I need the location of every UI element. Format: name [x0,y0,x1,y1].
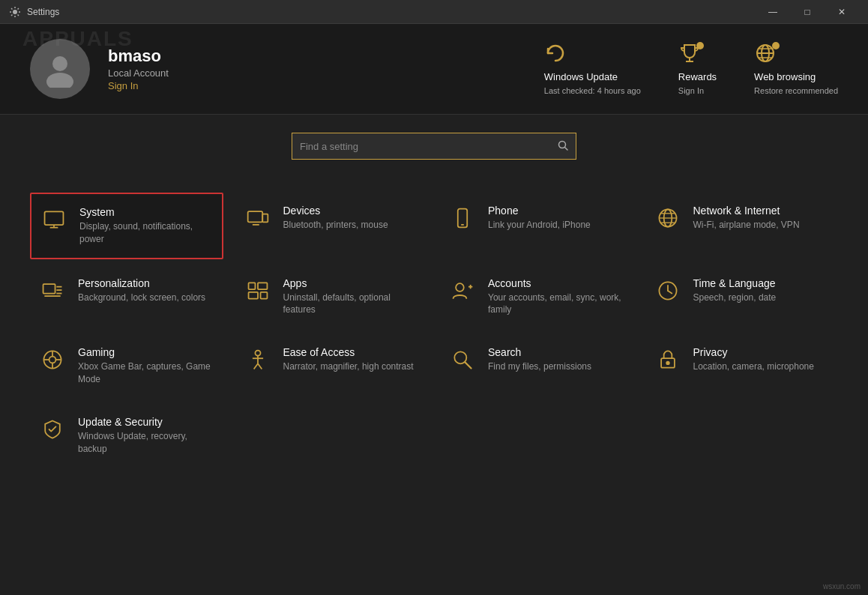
settings-item-personalization[interactable]: PersonalizationBackground, lock screen, … [30,265,223,329]
svg-point-0 [13,10,17,14]
title-bar-left: Settings [9,6,59,18]
maximize-button[interactable]: □ [790,0,825,24]
windows-update-icon [544,42,567,68]
time-language-icon [654,279,681,309]
search-icon [558,140,568,151]
network-desc: Wi-Fi, airplane mode, VPN [693,219,800,232]
svg-line-49 [253,364,257,369]
svg-line-50 [258,364,262,369]
svg-point-34 [456,283,464,292]
gaming-icon [39,348,66,378]
svg-rect-15 [247,211,262,222]
accounts-icon [449,279,476,309]
user-type: Local Account [108,67,169,79]
svg-point-2 [46,73,73,88]
web-browsing-label: Web browsing [754,71,816,82]
search-area [0,115,868,178]
devices-title: Devices [283,205,388,217]
settings-item-system[interactable]: SystemDisplay, sound, notifications, pow… [30,193,223,259]
privacy-title: Privacy [693,346,814,358]
rewards-label: Rewards [678,71,717,82]
system-desc: Display, sound, notifications, power [79,220,213,246]
search-title: Search [488,346,591,358]
accounts-desc: Your accounts, email, sync, work, family [488,292,624,317]
network-icon [654,206,681,236]
phone-title: Phone [488,205,591,217]
settings-item-time-language[interactable]: Time & LanguageSpeech, region, date [645,265,839,329]
svg-rect-16 [262,214,268,223]
header-widgets: Windows Update Last checked: 4 hours ago… [544,42,838,96]
system-text: SystemDisplay, sound, notifications, pow… [79,206,213,246]
ease-of-access-icon [244,348,271,378]
personalization-text: PersonalizationBackground, lock screen, … [78,277,205,304]
update-security-title: Update & Security [78,416,214,428]
settings-item-gaming[interactable]: GamingXbox Game Bar, captures, Game Mode [30,334,223,398]
app-title: Settings [27,7,59,17]
user-info: bmaso Local Account Sign In [108,46,169,92]
svg-line-39 [668,291,672,294]
settings-item-accounts[interactable]: AccountsYour accounts, email, sync, work… [440,265,633,329]
settings-item-devices[interactable]: DevicesBluetooth, printers, mouse [235,193,429,259]
apps-desc: Uninstall, defaults, optional features [283,292,420,317]
rewards-icon [678,42,701,68]
settings-item-network[interactable]: Network & InternetWi-Fi, airplane mode, … [645,193,839,259]
svg-rect-25 [43,284,55,293]
svg-line-11 [565,147,568,150]
settings-item-privacy[interactable]: PrivacyLocation, camera, microphone [645,334,839,398]
personalization-title: Personalization [78,277,205,289]
svg-rect-33 [260,292,267,298]
search-input[interactable] [300,141,558,152]
web-browsing-icon [754,42,777,68]
search-box [292,133,576,160]
svg-line-52 [465,363,471,369]
accounts-text: AccountsYour accounts, email, sync, work… [488,277,624,317]
search-text: SearchFind my files, permissions [488,346,591,373]
sign-in-link[interactable]: Sign In [108,80,138,91]
update-security-icon [39,417,66,447]
phone-desc: Link your Android, iPhone [488,219,591,232]
web-browsing-widget[interactable]: Web browsing Restore recommended [754,42,838,96]
gaming-title: Gaming [78,346,214,358]
web-browsing-sublabel: Restore recommended [754,85,838,96]
settings-item-update-security[interactable]: Update & SecurityWindows Update, recover… [30,404,223,468]
devices-icon [244,206,271,236]
network-title: Network & Internet [693,205,800,217]
windows-update-label: Windows Update [544,71,618,82]
svg-point-41 [49,357,56,363]
settings-item-search[interactable]: SearchFind my files, permissions [440,334,633,398]
minimize-button[interactable]: — [756,0,790,24]
apps-title: Apps [283,277,420,289]
close-button[interactable]: ✕ [825,0,859,24]
system-icon [40,208,67,238]
time-language-desc: Speech, region, date [693,292,777,304]
main-content: SystemDisplay, sound, notifications, pow… [0,178,868,595]
settings-item-phone[interactable]: PhoneLink your Android, iPhone [440,193,633,259]
avatar-icon [41,50,79,88]
settings-item-ease-of-access[interactable]: Ease of AccessNarrator, magnifier, high … [235,334,429,398]
windows-update-widget[interactable]: Windows Update Last checked: 4 hours ago [544,42,641,96]
title-bar-controls: — □ ✕ [756,0,859,24]
phone-text: PhoneLink your Android, iPhone [488,205,591,232]
search-desc: Find my files, permissions [488,360,591,373]
svg-rect-12 [45,211,64,225]
personalization-desc: Background, lock screen, colors [78,292,205,304]
svg-point-1 [52,56,67,71]
devices-desc: Bluetooth, printers, mouse [283,219,388,232]
privacy-icon [654,348,681,378]
rewards-sublabel: Sign In [678,85,704,96]
settings-item-apps[interactable]: AppsUninstall, defaults, optional featur… [235,265,429,329]
svg-point-54 [666,362,669,365]
avatar [30,39,90,99]
privacy-desc: Location, camera, microphone [693,360,814,373]
search-button[interactable] [558,140,568,153]
rewards-badge [696,42,704,49]
network-text: Network & InternetWi-Fi, airplane mode, … [693,205,800,232]
rewards-widget[interactable]: Rewards Sign In [678,42,717,96]
system-title: System [79,206,213,218]
svg-rect-30 [248,283,255,289]
gaming-text: GamingXbox Game Bar, captures, Game Mode [78,346,214,386]
title-bar: Settings — □ ✕ [0,0,868,24]
update-security-desc: Windows Update, recovery, backup [78,430,214,456]
username: bmaso [108,46,169,66]
settings-app-icon [9,6,21,18]
